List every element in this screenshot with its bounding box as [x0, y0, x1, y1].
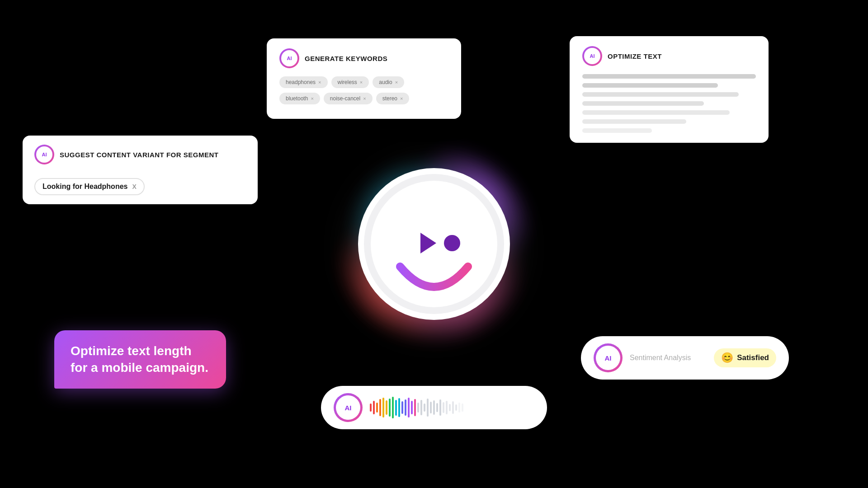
keyword-tag-6[interactable]: stereo× [376, 93, 410, 104]
keyword-tag-4[interactable]: bluetooth× [279, 93, 320, 104]
optimize-text-ai-badge: AI [582, 46, 602, 66]
waveform-bar [408, 398, 410, 418]
sentiment-ai-label: AI [596, 346, 620, 370]
satisfied-emoji: 😊 [721, 352, 733, 364]
waveform-bar [401, 401, 403, 414]
waveform-bar [427, 399, 429, 417]
chat-bubble-text: Optimize text length for a mobile campai… [71, 343, 210, 376]
waveform-bar [417, 403, 419, 413]
waveform-bar [424, 404, 425, 412]
waveform-bar [443, 402, 444, 413]
text-line-4 [582, 101, 704, 106]
keyword-tags-row-1: headphones× wireless× audio× [279, 76, 448, 88]
waveform-bar [433, 400, 435, 415]
keyword-tags-row-2: bluetooth× noise-cancel× stereo× [279, 93, 448, 104]
waveform-bar [420, 400, 422, 415]
waveform-bar [446, 401, 448, 414]
keyword-tag-3[interactable]: audio× [373, 76, 404, 88]
generate-keywords-ai-label: AI [281, 50, 297, 66]
text-line-6 [582, 119, 686, 124]
main-scene: AI GENERATE KEYWORDS headphones× wireles… [0, 0, 868, 488]
text-lines [582, 74, 756, 133]
audio-ai-badge: AI [334, 393, 363, 422]
audio-waveform-card: AI [321, 386, 547, 429]
suggest-content-ai-label: AI [36, 146, 52, 163]
generate-keywords-header: AI GENERATE KEYWORDS [279, 48, 448, 68]
waveform-bar [392, 397, 394, 418]
optimize-text-header: AI OPTIMIZE TEXT [582, 46, 756, 66]
svg-point-4 [444, 235, 460, 251]
text-line-1 [582, 74, 756, 79]
waveform-bar [455, 404, 457, 411]
waveform-bar [458, 403, 460, 413]
text-line-5 [582, 110, 730, 115]
waveform-bar [439, 399, 441, 416]
waveform-bar [452, 401, 454, 414]
generate-keywords-ai-badge: AI [279, 48, 299, 68]
text-line-2 [582, 83, 718, 88]
suggest-content-header: AI SUGGEST CONTENT VARIANT FOR SEGMENT [34, 145, 246, 164]
text-line-7 [582, 128, 652, 133]
headphones-segment-tag[interactable]: Looking for Headphones X [34, 178, 145, 195]
suggest-content-title: SUGGEST CONTENT VARIANT FOR SEGMENT [60, 151, 218, 159]
keyword-tag-1[interactable]: headphones× [279, 76, 328, 88]
keyword-tag-2[interactable]: wireless× [331, 76, 369, 88]
keyword-tag-5[interactable]: noise-cancel× [324, 93, 373, 104]
optimize-text-card: AI OPTIMIZE TEXT [570, 36, 769, 143]
waveform-bar [370, 404, 372, 412]
center-smiley [357, 167, 511, 321]
sentiment-ai-badge: AI [594, 343, 623, 372]
waveform-bar [379, 399, 381, 416]
waveform-bar [373, 401, 375, 414]
waveform-bar [449, 404, 451, 411]
waveform-bar [376, 403, 378, 413]
optimize-text-title: OPTIMIZE TEXT [608, 52, 662, 60]
satisfied-badge: 😊 Satisfied [714, 348, 776, 367]
waveform-bar [398, 398, 400, 417]
optimize-text-ai-label: AI [584, 48, 600, 64]
chat-bubble-card: Optimize text length for a mobile campai… [54, 330, 226, 389]
headphones-tag-close[interactable]: X [132, 183, 136, 190]
audio-ai-label: AI [336, 395, 360, 420]
sentiment-analysis-label: Sentiment Analysis [630, 354, 707, 362]
waveform-bar [395, 400, 397, 416]
waveform-bar [411, 401, 413, 414]
sentiment-card: AI Sentiment Analysis 😊 Satisfied [581, 336, 789, 380]
waveform-bar [389, 399, 391, 417]
generate-keywords-title: GENERATE KEYWORDS [305, 55, 387, 62]
waveform-bar [414, 399, 416, 416]
text-line-3 [582, 92, 739, 97]
waveform-bar [436, 403, 438, 412]
waveform-bar [405, 399, 406, 416]
generate-keywords-card: AI GENERATE KEYWORDS headphones× wireles… [267, 38, 461, 119]
satisfied-text: Satisfied [737, 353, 769, 362]
suggest-content-card: AI SUGGEST CONTENT VARIANT FOR SEGMENT L… [23, 136, 258, 204]
waveform-bar [382, 398, 384, 418]
waveform-bar [430, 402, 432, 413]
waveform-bar [462, 404, 463, 412]
audio-waveform [370, 397, 534, 418]
suggest-content-ai-badge: AI [34, 145, 54, 164]
waveform-bar [386, 400, 387, 415]
headphones-tag-text: Looking for Headphones [42, 183, 127, 191]
